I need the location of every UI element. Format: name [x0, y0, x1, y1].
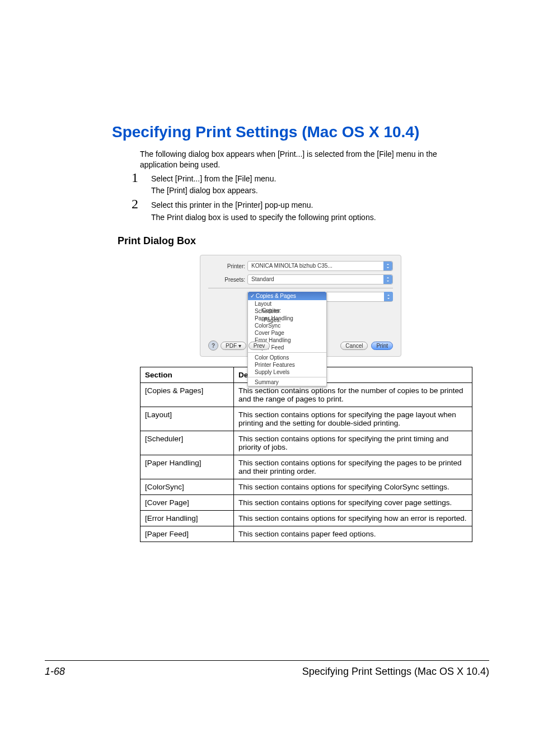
printer-label: Printer:: [208, 263, 247, 269]
step-2-number: 2: [132, 197, 138, 212]
menu-item-printer-features[interactable]: Printer Features: [248, 361, 326, 368]
dialog-left-buttons: ? PDF ▾ Prev: [208, 340, 270, 351]
cancel-button[interactable]: Cancel: [340, 342, 368, 350]
table-row: [Scheduler] This section contains option…: [140, 431, 472, 455]
presets-value: Standard: [251, 276, 274, 282]
step-2-sub: The Print dialog box is used to specify …: [140, 212, 467, 223]
menu-separator: [248, 352, 326, 353]
page: Specifying Print Settings (Mac OS X 10.4…: [0, 0, 534, 756]
menu-item-layout[interactable]: Layout: [248, 300, 326, 307]
cell-section: [Scheduler]: [140, 431, 234, 455]
printer-value: KONICA MINOLTA bizhub C35...: [251, 263, 332, 269]
intro-text: The following dialog box appears when [P…: [140, 149, 467, 170]
cell-desc: This section contains options for specif…: [234, 495, 472, 511]
section-description-table: Section Description [Copies & Pages] Thi…: [140, 367, 472, 542]
menu-item-supply-levels[interactable]: Supply Levels: [248, 368, 326, 376]
pages-label: Pages:: [247, 317, 281, 323]
dialog-fields-overlay: Copies: Pages:: [247, 307, 281, 323]
table-row: [ColorSync] This section contains option…: [140, 479, 472, 495]
section-selected-label: Copies & Pages: [256, 293, 296, 299]
table-row: [Layout] This section contains options f…: [140, 407, 472, 431]
footer-rule: [45, 660, 489, 661]
step-1-body: Select [Print...] from the [File] menu.: [140, 174, 467, 185]
step-2-body: Select this printer in the [Printer] pop…: [140, 200, 467, 211]
cell-section: [Copies & Pages]: [140, 383, 234, 407]
heading-sub: Print Dialog Box: [118, 235, 467, 247]
section-selected-item[interactable]: ✓Copies & Pages: [248, 292, 326, 300]
heading-main: Specifying Print Settings (Mac OS X 10.4…: [112, 123, 467, 141]
dropdown-icon: [383, 262, 392, 270]
preview-button[interactable]: Prev: [249, 342, 270, 350]
cell-section: [Paper Feed]: [140, 526, 234, 542]
th-section: Section: [140, 367, 234, 383]
footer-title: Specifying Print Settings (Mac OS X 10.4…: [302, 666, 489, 678]
step-1-number: 1: [132, 170, 138, 185]
presets-row: Presets: Standard: [208, 274, 393, 284]
table-row: [Cover Page] This section contains optio…: [140, 495, 472, 511]
menu-separator: [248, 377, 326, 377]
cell-desc: This section contains paper feed options…: [234, 526, 472, 542]
footer: 1-68 Specifying Print Settings (Mac OS X…: [45, 666, 489, 678]
cell-desc: This section contains options for specif…: [234, 431, 472, 455]
dialog-right-buttons: Cancel Print: [340, 342, 393, 350]
copies-label: Copies:: [247, 307, 281, 314]
menu-item-summary[interactable]: Summary: [248, 379, 326, 386]
dropdown-icon: [383, 275, 392, 284]
section-dropdown-row: ✓Copies & Pages Layout Scheduler Paper H…: [247, 292, 393, 386]
cell-section: [Error Handling]: [140, 511, 234, 526]
menu-item-color-options[interactable]: Color Options: [248, 354, 326, 361]
table-row: [Paper Feed] This section contains paper…: [140, 526, 472, 542]
help-button[interactable]: ?: [208, 340, 218, 351]
pdf-button[interactable]: PDF ▾: [221, 342, 246, 350]
presets-label: Presets:: [208, 277, 247, 283]
dialog-bottom-bar: ? PDF ▾ Prev Cancel Print: [208, 340, 393, 351]
cell-section: [Cover Page]: [140, 495, 234, 511]
print-button[interactable]: Print: [371, 342, 393, 350]
printer-select[interactable]: KONICA MINOLTA bizhub C35...: [247, 261, 393, 271]
section-select-collapsed[interactable]: [325, 292, 393, 302]
cell-desc: This section contains options for specif…: [234, 455, 472, 479]
page-number: 1-68: [45, 666, 65, 678]
dropdown-icon: [384, 292, 393, 301]
content-area: Specifying Print Settings (Mac OS X 10.4…: [45, 0, 489, 542]
step-2: 2 Select this printer in the [Printer] p…: [140, 200, 467, 223]
step-1: 1 Select [Print...] from the [File] menu…: [140, 174, 467, 197]
cell-section: [ColorSync]: [140, 479, 234, 495]
section-dropdown-menu: ✓Copies & Pages Layout Scheduler Paper H…: [247, 292, 327, 386]
presets-select[interactable]: Standard: [247, 274, 393, 284]
cell-section: [Layout]: [140, 407, 234, 431]
print-dialog: Printer: KONICA MINOLTA bizhub C35... Pr…: [200, 255, 401, 357]
step-1-sub: The [Print] dialog box appears.: [140, 185, 467, 197]
check-icon: ✓: [250, 293, 255, 299]
table-row: [Error Handling] This section contains o…: [140, 511, 472, 526]
cell-desc: This section contains options for specif…: [234, 511, 472, 526]
menu-item-cover-page[interactable]: Cover Page: [248, 329, 326, 337]
dialog-separator: [208, 288, 393, 288]
printer-row: Printer: KONICA MINOLTA bizhub C35...: [208, 261, 393, 271]
cell-desc: This section contains options for specif…: [234, 479, 472, 495]
cell-section: [Paper Handling]: [140, 455, 234, 479]
table-row: [Paper Handling] This section contains o…: [140, 455, 472, 479]
cell-desc: This section contains options for specif…: [234, 407, 472, 431]
